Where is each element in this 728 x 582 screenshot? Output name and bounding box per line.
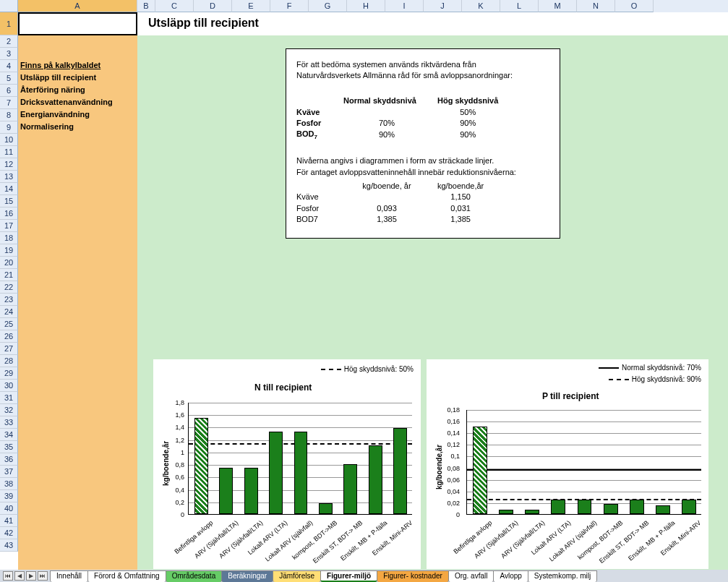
select-all-corner[interactable] <box>0 0 18 12</box>
row-header-1[interactable]: 1 <box>0 12 18 35</box>
sidebar-link[interactable]: Återföring näring <box>18 85 137 97</box>
sidebar-link[interactable]: Energianvändning <box>18 109 137 121</box>
bar <box>578 500 592 514</box>
row-header-24[interactable]: 24 <box>0 306 18 318</box>
bar <box>656 505 670 514</box>
row-header-5[interactable]: 5 <box>0 72 18 85</box>
sheet-tab[interactable]: Innehåll <box>50 570 88 582</box>
column-header-d[interactable]: D <box>194 0 232 12</box>
y-tick-label: 0,4 <box>167 487 184 494</box>
row-header-7[interactable]: 7 <box>0 97 18 109</box>
bar <box>682 500 696 514</box>
row-header-34[interactable]: 34 <box>0 429 18 441</box>
sheet-tab[interactable]: Beräkningar <box>221 570 273 582</box>
table-header: Normal skyddsnivå <box>343 95 437 106</box>
column-header-e[interactable]: E <box>232 0 270 12</box>
sheet-tab[interactable]: Systemkomp. milj <box>528 570 597 582</box>
row-header-22[interactable]: 22 <box>0 281 18 294</box>
row-header-25[interactable]: 25 <box>0 318 18 330</box>
row-header-27[interactable]: 27 <box>0 343 18 355</box>
column-header-g[interactable]: G <box>309 0 347 12</box>
row-header-3[interactable]: 3 <box>0 48 18 60</box>
info-box: För att bedöma systemen används riktvärd… <box>286 48 560 239</box>
row-header-32[interactable]: 32 <box>0 404 18 416</box>
row-header-41[interactable]: 41 <box>0 515 18 527</box>
sheet-tab[interactable]: Figurer- kostnader <box>377 570 449 582</box>
row-header-16[interactable]: 16 <box>0 207 18 220</box>
row-header-36[interactable]: 36 <box>0 453 18 466</box>
y-tick-label: 0,14 <box>442 429 460 437</box>
column-header-n[interactable]: N <box>577 0 615 12</box>
row-header-18[interactable]: 18 <box>0 232 18 244</box>
tab-nav-first[interactable]: ⏮ <box>3 571 13 581</box>
sheet-tab[interactable]: Förord & Omfattning <box>87 570 166 582</box>
content-area: Utsläpp till recipient För att bedöma sy… <box>137 12 728 570</box>
row-header-9[interactable]: 9 <box>0 121 18 134</box>
row-header-4[interactable]: 4 <box>0 60 18 72</box>
row-header-12[interactable]: 12 <box>0 158 18 171</box>
row-header-37[interactable]: 37 <box>0 466 18 478</box>
bar <box>319 503 333 514</box>
row-header-33[interactable]: 33 <box>0 416 18 429</box>
bar <box>630 500 644 514</box>
column-header-b[interactable]: B <box>137 0 155 12</box>
sidebar-link[interactable]: Dricksvattenanvändning <box>18 97 137 109</box>
row-header-19[interactable]: 19 <box>0 244 18 257</box>
column-header-l[interactable]: L <box>500 0 539 12</box>
row-header-15[interactable]: 15 <box>0 195 18 207</box>
row-header-40[interactable]: 40 <box>0 502 18 515</box>
row-header-21[interactable]: 21 <box>0 269 18 281</box>
row-header-11[interactable]: 11 <box>0 146 18 158</box>
column-header-c[interactable]: C <box>155 0 194 12</box>
sheet-tab[interactable]: Figurer-miljö <box>320 570 377 582</box>
column-header-j[interactable]: J <box>424 0 462 12</box>
row-header-26[interactable]: 26 <box>0 330 18 343</box>
y-tick-label: 0,16 <box>442 418 460 425</box>
row-header-28[interactable]: 28 <box>0 355 18 367</box>
row-header-30[interactable]: 30 <box>0 380 18 392</box>
sheet-tab[interactable]: Jämförelse <box>273 570 321 582</box>
sidebar-link[interactable]: Normalisering <box>18 121 137 134</box>
row-header-6[interactable]: 6 <box>0 85 18 97</box>
column-header-k[interactable]: K <box>462 0 500 12</box>
column-header-h[interactable]: H <box>347 0 385 12</box>
row-header-8[interactable]: 8 <box>0 109 18 121</box>
sheet-tab[interactable]: Områdesdata <box>166 570 223 582</box>
row-header-35[interactable]: 35 <box>0 441 18 453</box>
tab-nav-next[interactable]: ▶ <box>26 571 36 581</box>
tab-nav-prev[interactable]: ◀ <box>14 571 25 581</box>
chart-p-recipient[interactable]: Normal skyddsnivå: 70% Hög skyddsnivå: 9… <box>427 359 708 569</box>
y-tick-label: 0 <box>167 511 184 518</box>
row-header-23[interactable]: 23 <box>0 294 18 306</box>
row-header-39[interactable]: 39 <box>0 490 18 502</box>
reference-line-solid <box>467 469 701 471</box>
column-header-a[interactable]: A <box>18 0 137 12</box>
legend-item: Hög skyddsnivå: 50% <box>321 365 414 373</box>
info-text: För att bedöma systemen används riktvärd… <box>296 59 549 70</box>
row-header-29[interactable]: 29 <box>0 367 18 380</box>
sheet-tab[interactable]: Org. avfall <box>448 570 494 582</box>
sidebar-link[interactable]: Utsläpp till recipient <box>18 72 137 85</box>
row-header-20[interactable]: 20 <box>0 257 18 269</box>
row-header-10[interactable]: 10 <box>0 134 18 146</box>
row-header-14[interactable]: 14 <box>0 183 18 195</box>
row-header-38[interactable]: 38 <box>0 478 18 490</box>
column-header-f[interactable]: F <box>270 0 309 12</box>
tab-nav-last[interactable]: ⏭ <box>38 571 48 581</box>
column-header-o[interactable]: O <box>615 0 654 12</box>
y-tick-label: 0,2 <box>167 499 184 506</box>
row-header-2[interactable]: 2 <box>0 35 18 48</box>
row-header-17[interactable]: 17 <box>0 220 18 232</box>
bar <box>294 432 308 514</box>
cell-a1-selected[interactable] <box>18 12 137 35</box>
column-header-m[interactable]: M <box>539 0 577 12</box>
row-header-13[interactable]: 13 <box>0 171 18 183</box>
y-tick-label: 0,12 <box>442 441 460 448</box>
y-tick-label: 0,1 <box>442 453 460 460</box>
row-header-43[interactable]: 43 <box>0 539 18 552</box>
column-header-i[interactable]: I <box>385 0 424 12</box>
chart-n-recipient[interactable]: Hög skyddsnivå: 50% N till recipient kg/… <box>153 359 421 569</box>
sheet-tab[interactable]: Avlopp <box>493 570 528 582</box>
row-header-42[interactable]: 42 <box>0 527 18 539</box>
row-header-31[interactable]: 31 <box>0 392 18 404</box>
